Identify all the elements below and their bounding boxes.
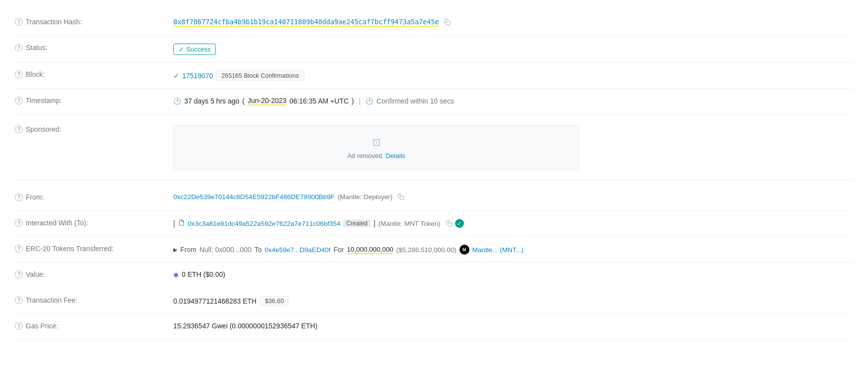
fee-amount: 0.0194977121468283 ETH <box>173 297 256 305</box>
block-confirmations-badge: 265165 Block Confirmations <box>216 70 304 81</box>
value-row: ? Value: ◆ 0 ETH ($0.00) <box>15 263 853 288</box>
token-amount: 10,000,000,000 <box>347 246 393 254</box>
confirmed-text: Confirmed within 10 secs <box>376 97 454 105</box>
svg-rect-2 <box>448 222 451 226</box>
status-badge: ✓ Success <box>173 44 216 55</box>
timestamp-divider: | <box>359 97 361 105</box>
value-label: ? Value: <box>15 269 173 278</box>
from-address-link[interactable]: 0xc22De539e70144c8D54E5922bF486DE78900Bb… <box>173 193 335 201</box>
help-icon-timestamp[interactable]: ? <box>15 97 23 105</box>
help-icon-hash[interactable]: ? <box>15 18 23 26</box>
erc20-value: ▶ From Null: 0x000...000 To 0x4e59e7...D… <box>173 244 853 255</box>
ad-removed-text: Ad removed. Details <box>347 152 405 159</box>
created-badge: Created <box>343 219 370 227</box>
erc20-row: ? ERC-20 Tokens Transferred: ▶ From Null… <box>15 237 853 263</box>
tx-hash-link[interactable]: 0x8f7867724cfba4b9b1b19ca140711809b40dda… <box>173 18 439 27</box>
gas-price-text: 15.2936547 Gwei (0.0000000152936547 ETH) <box>173 322 317 330</box>
help-icon-status[interactable]: ? <box>15 44 23 52</box>
value-value: ◆ 0 ETH ($0.00) <box>173 269 853 278</box>
eth-icon: ◆ <box>173 270 179 278</box>
contract-file-icon <box>178 219 185 227</box>
help-icon-gas[interactable]: ? <box>15 322 23 330</box>
help-icon-interacted[interactable]: ? <box>15 219 23 227</box>
block-row: ? Block: ✓ 17519070 265165 Block Confirm… <box>15 62 853 89</box>
interacted-value: [ 0x3c3a81e81dc49a522a592e7622a7e711c06b… <box>173 218 853 228</box>
tx-fee-value: 0.0194977121468283 ETH $36.60 <box>173 295 853 306</box>
timestamp-row: ? Timestamp: 🕐 37 days 5 hrs ago (Jun-20… <box>15 89 853 114</box>
tx-fee-label: ? Transaction Fee: <box>15 295 173 304</box>
tx-hash-row: ? Transaction Hash: 0x8f7867724cfba4b9b1… <box>15 10 853 36</box>
sponsored-value: ⊡ Ad removed. Details <box>173 124 853 170</box>
gas-price-row: ? Gas Price: 15.2936547 Gwei (0.00000001… <box>15 314 853 340</box>
tx-hash-label: ? Transaction Hash: <box>15 17 173 26</box>
to-address-link[interactable]: 0x4e59e7...D9aED40f <box>265 246 331 254</box>
status-value: ✓ Success <box>173 43 853 55</box>
null-address-link[interactable]: Null: 0x000...000 <box>200 246 252 254</box>
timestamp-value: 🕐 37 days 5 hrs ago (Jun-20-2023 06:16:3… <box>173 96 853 105</box>
contract-address-link[interactable]: 0x3c3a81e81dc49a522a592e7622a7e711c06bf3… <box>188 220 341 227</box>
interacted-label: ? Interacted With (To): <box>15 218 173 227</box>
confirmed-clock-icon: 🕐 <box>365 98 373 105</box>
from-row: ? From: 0xc22De539e70144c8D54E5922bF486D… <box>15 185 853 211</box>
clock-icon: 🕐 <box>173 98 181 105</box>
tx-hash-value: 0x8f7867724cfba4b9b1b19ca140711809b40dda… <box>173 17 853 27</box>
block-value: ✓ 17519070 265165 Block Confirmations <box>173 69 853 81</box>
help-icon-fee[interactable]: ? <box>15 296 23 304</box>
status-label: ? Status: <box>15 43 173 52</box>
from-label: ? From: <box>15 192 173 201</box>
mantle-token-link[interactable]: Mantle... (MNT...) <box>472 246 524 254</box>
from-value: 0xc22De539e70144c8D54E5922bF486DE78900Bb… <box>173 192 853 201</box>
interacted-name: (Mantle: MNT Token) <box>378 220 441 227</box>
verified-icon: ✓ <box>455 219 464 228</box>
copy-hash-icon[interactable] <box>444 19 451 26</box>
help-icon-sponsored[interactable]: ? <box>15 125 23 133</box>
ad-details-link[interactable]: Details <box>386 152 406 159</box>
token-usd-value: ($5,286,510,000.00) <box>396 246 457 254</box>
copy-from-icon[interactable] <box>398 194 404 200</box>
from-name: (Mantle: Deployer) <box>338 193 393 201</box>
triangle-icon: ▶ <box>173 247 177 253</box>
interacted-row: ? Interacted With (To): [ 0x3c3a81e81dc4… <box>15 211 853 237</box>
ad-removed-icon: ⊡ <box>372 136 381 148</box>
value-amount: 0 ETH ($0.00) <box>182 270 225 278</box>
sponsored-label: ? Sponsored: <box>15 124 173 133</box>
svg-rect-0 <box>447 21 451 25</box>
timestamp-date: Jun-20-2023 <box>248 97 287 105</box>
ad-container: ⊡ Ad removed. Details <box>173 125 579 170</box>
erc20-label: ? ERC-20 Tokens Transferred: <box>15 244 173 253</box>
tx-fee-row: ? Transaction Fee: 0.0194977121468283 ET… <box>15 288 853 314</box>
bracket-close: ] <box>373 219 375 227</box>
svg-rect-1 <box>400 196 404 200</box>
timestamp-label: ? Timestamp: <box>15 96 173 105</box>
for-text: For <box>333 246 344 254</box>
check-icon: ✓ <box>179 46 184 53</box>
from-text: From <box>180 246 197 254</box>
timestamp-age: 37 days 5 hrs ago <box>184 97 239 105</box>
help-icon-from[interactable]: ? <box>15 193 23 201</box>
copy-interacted-icon[interactable] <box>446 220 452 227</box>
timestamp-paren-open: ( <box>242 97 245 105</box>
gas-price-value: 15.2936547 Gwei (0.0000000152936547 ETH) <box>173 321 853 330</box>
sponsored-row: ? Sponsored: ⊡ Ad removed. Details <box>15 114 853 180</box>
status-row: ? Status: ✓ Success <box>15 36 853 62</box>
fee-usd-badge: $36.60 <box>259 296 289 306</box>
block-check-icon: ✓ <box>173 72 179 80</box>
help-icon-erc20[interactable]: ? <box>15 245 23 253</box>
help-icon-block[interactable]: ? <box>15 70 23 78</box>
transaction-details: ? Transaction Hash: 0x8f7867724cfba4b9b1… <box>0 0 868 350</box>
block-number-link[interactable]: 17519070 <box>182 72 213 80</box>
timestamp-paren-close: ) <box>352 97 354 105</box>
timestamp-time: 06:16:35 AM +UTC <box>290 97 349 105</box>
help-icon-value[interactable]: ? <box>15 270 23 278</box>
to-text: To <box>255 246 262 254</box>
mantle-token-icon: M <box>460 245 469 255</box>
block-label: ? Block: <box>15 69 173 78</box>
bracket-open: [ <box>173 219 175 227</box>
gas-price-label: ? Gas Price: <box>15 321 173 330</box>
